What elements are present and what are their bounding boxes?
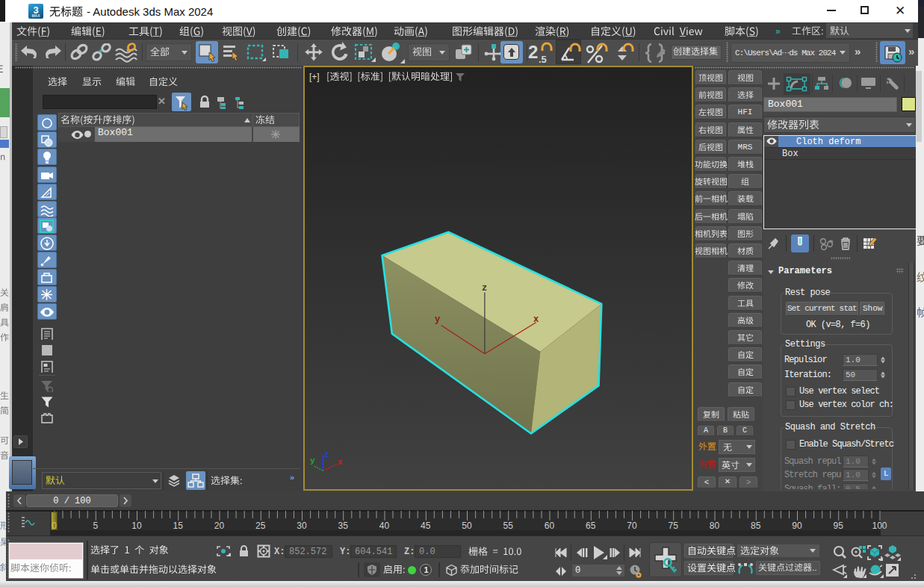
svg-text:z: z [482,283,487,294]
svg-text:2: 2 [528,42,538,62]
svg-text:.5: .5 [539,54,547,64]
svg-text:x: x [338,458,343,467]
svg-text:y: y [435,314,440,325]
svg-text:y: y [310,456,315,465]
svg-text:z: z [324,450,329,459]
svg-text:x: x [533,314,539,325]
